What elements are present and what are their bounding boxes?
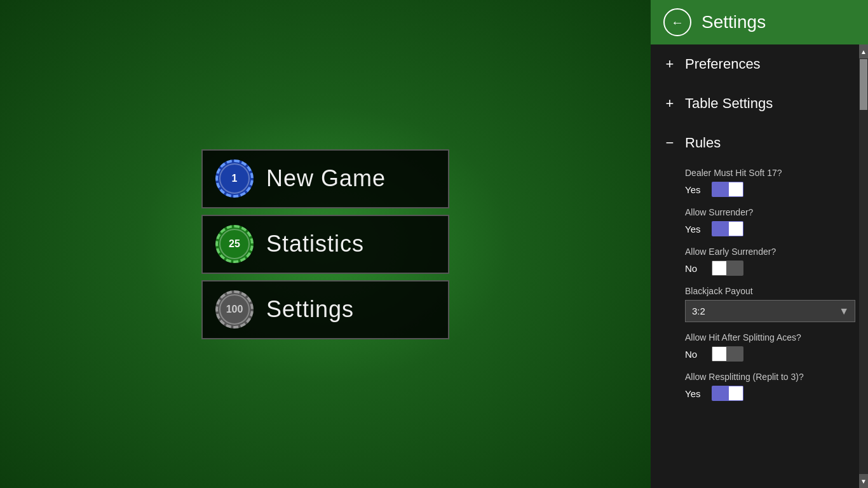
rule-blackjack-payout: Blackjack Payout 3:2 6:5 1:1 ▼ bbox=[685, 281, 855, 327]
rule-dealer-soft17: Dealer Must Hit Soft 17? Yes bbox=[685, 163, 855, 202]
settings-title: Settings bbox=[702, 12, 766, 32]
scrollbar-thumb[interactable] bbox=[860, 59, 867, 110]
rule-resplitting-value: Yes bbox=[685, 388, 704, 399]
settings-panel: ← Settings + Preferences + Table Setting… bbox=[651, 0, 868, 488]
scrollbar-up-button[interactable]: ▲ bbox=[859, 44, 868, 58]
rule-resplitting-toggle[interactable] bbox=[712, 386, 743, 401]
scrollbar-down-button[interactable]: ▼ bbox=[859, 474, 868, 488]
main-area: 1 New Game 25 Statistics 100 Settings bbox=[0, 0, 651, 488]
rule-hit-split-aces-value: No bbox=[685, 349, 704, 360]
rule-early-surrender-label: Allow Early Surrender? bbox=[685, 247, 855, 257]
settings-content[interactable]: + Preferences + Table Settings − Rules D… bbox=[651, 44, 868, 488]
chip-1-icon: 1 bbox=[215, 159, 254, 198]
settings-menu-button[interactable]: 100 Settings bbox=[201, 280, 449, 339]
new-game-label: New Game bbox=[266, 165, 386, 192]
settings-menu-label: Settings bbox=[266, 296, 354, 323]
rules-section-header[interactable]: − Rules bbox=[651, 123, 868, 163]
preferences-section-header[interactable]: + Preferences bbox=[651, 44, 868, 84]
table-settings-section-header[interactable]: + Table Settings bbox=[651, 84, 868, 123]
rule-allow-surrender-label: Allow Surrender? bbox=[685, 207, 855, 217]
rule-resplitting: Allow Resplitting (Replit to 3)? Yes bbox=[685, 367, 855, 406]
rule-early-surrender: Allow Early Surrender? No bbox=[685, 241, 855, 281]
rule-allow-surrender-toggle[interactable] bbox=[712, 221, 743, 236]
rules-section: Dealer Must Hit Soft 17? Yes Allow Surre… bbox=[651, 163, 868, 412]
table-settings-toggle: + bbox=[663, 95, 676, 112]
rules-toggle: − bbox=[663, 135, 676, 151]
preferences-toggle: + bbox=[663, 56, 676, 72]
rule-hit-split-aces: Allow Hit After Splitting Aces? No bbox=[685, 327, 855, 367]
rule-blackjack-payout-label: Blackjack Payout bbox=[685, 286, 855, 296]
rule-dealer-soft17-toggle[interactable] bbox=[712, 182, 743, 197]
rule-early-surrender-value: No bbox=[685, 263, 704, 274]
rule-allow-surrender: Allow Surrender? Yes bbox=[685, 202, 855, 241]
chip-100-icon: 100 bbox=[215, 290, 254, 329]
rule-resplitting-label: Allow Resplitting (Replit to 3)? bbox=[685, 372, 855, 382]
rule-dealer-soft17-label: Dealer Must Hit Soft 17? bbox=[685, 168, 855, 178]
rule-hit-split-aces-toggle[interactable] bbox=[712, 346, 743, 362]
back-button[interactable]: ← bbox=[663, 8, 691, 36]
statistics-label: Statistics bbox=[266, 231, 364, 257]
rule-allow-surrender-value: Yes bbox=[685, 224, 704, 234]
new-game-button[interactable]: 1 New Game bbox=[201, 149, 449, 208]
settings-header: ← Settings bbox=[651, 0, 868, 44]
blackjack-payout-select[interactable]: 3:2 6:5 1:1 bbox=[685, 300, 855, 322]
rule-dealer-soft17-value: Yes bbox=[685, 184, 704, 195]
preferences-label: Preferences bbox=[685, 56, 761, 72]
statistics-button[interactable]: 25 Statistics bbox=[201, 215, 449, 274]
rules-label: Rules bbox=[685, 135, 721, 151]
rule-early-surrender-toggle[interactable] bbox=[712, 261, 743, 276]
scrollbar-track bbox=[859, 111, 868, 474]
table-settings-label: Table Settings bbox=[685, 95, 773, 112]
rule-hit-split-aces-label: Allow Hit After Splitting Aces? bbox=[685, 332, 855, 342]
scrollbar[interactable]: ▲ ▼ bbox=[859, 44, 868, 488]
chip-25-icon: 25 bbox=[215, 225, 254, 263]
